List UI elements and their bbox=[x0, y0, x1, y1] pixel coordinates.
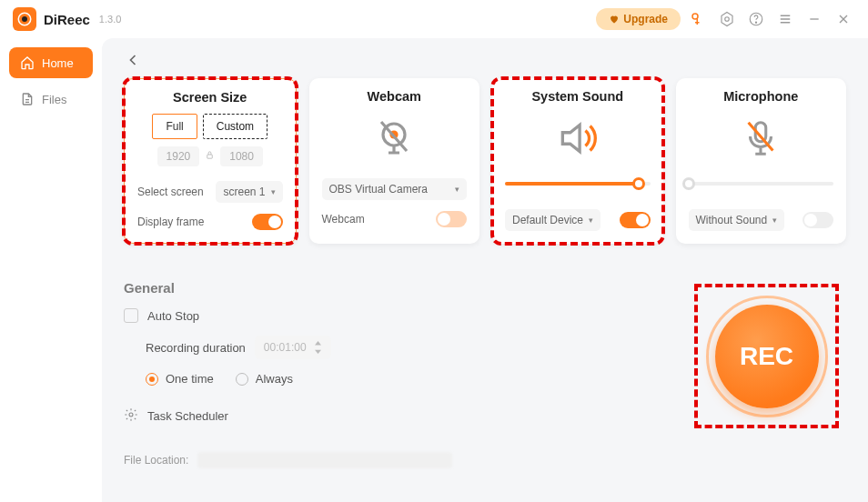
back-row bbox=[124, 51, 846, 73]
display-frame-row: Display frame bbox=[137, 208, 283, 230]
size-toggle: Full Custom bbox=[137, 114, 283, 139]
titlebar-left: DiReec 1.3.0 bbox=[13, 7, 121, 31]
dimension-width[interactable]: 1920 bbox=[157, 146, 200, 166]
size-full-button[interactable]: Full bbox=[152, 114, 197, 139]
radio-always[interactable]: Always bbox=[236, 372, 293, 386]
sound-device-row: Default Device▾ bbox=[505, 204, 651, 231]
svg-point-4 bbox=[725, 17, 730, 22]
mic-toggle[interactable] bbox=[802, 212, 833, 228]
chevron-down-icon: ▾ bbox=[455, 185, 459, 194]
card-title: System Sound bbox=[505, 89, 651, 104]
webcam-toggle[interactable] bbox=[436, 211, 467, 227]
app-version: 1.3.0 bbox=[99, 14, 121, 25]
webcam-off-icon bbox=[322, 113, 468, 164]
key-icon[interactable] bbox=[686, 7, 710, 31]
file-location-path bbox=[197, 452, 452, 468]
upgrade-label: Upgrade bbox=[623, 13, 668, 25]
titlebar-right: Upgrade bbox=[596, 7, 855, 31]
main: Screen Size Full Custom 1920 1080 Select… bbox=[102, 38, 868, 502]
webcam-device-row: OBS Virtual Camera▾ bbox=[322, 173, 468, 200]
svg-point-11 bbox=[129, 413, 133, 417]
radio-icon bbox=[236, 373, 248, 386]
general-section: General Auto Stop Recording duration 00:… bbox=[124, 280, 846, 468]
mic-volume-slider[interactable] bbox=[689, 182, 834, 186]
webcam-toggle-row: Webcam bbox=[322, 206, 468, 227]
size-custom-button[interactable]: Custom bbox=[203, 114, 267, 139]
mic-off-icon bbox=[689, 113, 834, 164]
card-title: Screen Size bbox=[137, 90, 283, 105]
mic-device-select[interactable]: Without Sound▾ bbox=[689, 209, 785, 231]
upgrade-button[interactable]: Upgrade bbox=[596, 8, 681, 30]
slider-thumb[interactable] bbox=[682, 177, 695, 190]
webcam-label: Webcam bbox=[322, 213, 365, 226]
select-screen-row: Select screen screen 1▾ bbox=[137, 176, 283, 203]
app-name: DiReec bbox=[44, 12, 90, 27]
file-location-row: File Location: bbox=[124, 452, 846, 468]
sound-device-select[interactable]: Default Device▾ bbox=[505, 209, 601, 231]
titlebar: DiReec 1.3.0 Upgrade bbox=[0, 0, 868, 38]
chevron-down-icon: ▾ bbox=[589, 216, 593, 225]
svg-rect-7 bbox=[207, 155, 213, 158]
sidebar-item-files[interactable]: Files bbox=[9, 84, 93, 115]
chevron-down-icon: ▾ bbox=[271, 187, 276, 196]
dimensions: 1920 1080 bbox=[137, 146, 283, 166]
sound-volume-slider[interactable] bbox=[505, 182, 651, 186]
radio-one-time[interactable]: One time bbox=[146, 372, 214, 386]
svg-point-1 bbox=[22, 16, 27, 22]
app-logo bbox=[13, 7, 36, 31]
auto-stop-label: Auto Stop bbox=[147, 309, 199, 323]
card-microphone: Microphone Without Sound▾ bbox=[676, 78, 847, 244]
slider-fill bbox=[505, 182, 639, 186]
sidebar-item-label: Home bbox=[42, 56, 74, 70]
cards-row: Screen Size Full Custom 1920 1080 Select… bbox=[124, 78, 846, 244]
layout: Home Files Screen Size Full Custom 1920 … bbox=[0, 38, 868, 502]
radio-icon bbox=[146, 373, 158, 386]
task-scheduler-label: Task Scheduler bbox=[147, 409, 228, 423]
record-highlight: REC bbox=[696, 286, 837, 427]
close-icon[interactable] bbox=[832, 7, 855, 31]
svg-point-6 bbox=[755, 22, 756, 23]
help-icon[interactable] bbox=[744, 7, 768, 31]
home-icon bbox=[20, 55, 35, 70]
card-screen-size: Screen Size Full Custom 1920 1080 Select… bbox=[124, 78, 297, 244]
lock-icon[interactable] bbox=[205, 150, 215, 163]
speaker-icon bbox=[505, 113, 651, 164]
settings-icon[interactable] bbox=[715, 7, 739, 31]
card-system-sound: System Sound Default Device▾ bbox=[492, 78, 663, 244]
dimension-height[interactable]: 1080 bbox=[220, 146, 263, 166]
auto-stop-checkbox[interactable] bbox=[124, 308, 138, 323]
display-frame-toggle[interactable] bbox=[252, 214, 283, 230]
card-webcam: Webcam OBS Virtual Camera▾ Webcam bbox=[309, 78, 480, 244]
select-screen-label: Select screen bbox=[137, 186, 204, 198]
file-location-label: File Location: bbox=[124, 454, 188, 467]
back-arrow-icon[interactable] bbox=[124, 51, 142, 73]
slider-thumb[interactable] bbox=[632, 177, 645, 190]
record-button-wrap: REC bbox=[696, 286, 837, 427]
file-icon bbox=[20, 92, 35, 106]
heart-icon bbox=[609, 14, 620, 25]
sound-toggle[interactable] bbox=[620, 212, 651, 228]
chevron-down-icon: ▾ bbox=[772, 216, 777, 225]
sidebar: Home Files bbox=[0, 38, 102, 502]
card-title: Webcam bbox=[322, 89, 468, 104]
minimize-icon[interactable] bbox=[802, 7, 826, 31]
svg-point-2 bbox=[692, 14, 698, 19]
svg-marker-3 bbox=[722, 13, 732, 26]
record-ring: REC bbox=[706, 296, 828, 417]
display-frame-label: Display frame bbox=[137, 216, 204, 228]
record-circle-icon bbox=[16, 11, 33, 27]
webcam-device-select[interactable]: OBS Virtual Camera▾ bbox=[322, 178, 468, 200]
gear-icon bbox=[124, 407, 138, 425]
sidebar-item-home[interactable]: Home bbox=[9, 47, 93, 78]
menu-icon[interactable] bbox=[773, 7, 797, 31]
recording-duration-input[interactable]: 00:01:00 bbox=[255, 336, 331, 359]
recording-duration-label: Recording duration bbox=[146, 341, 246, 355]
record-button[interactable]: REC bbox=[715, 305, 819, 408]
stepper-icon bbox=[314, 341, 322, 354]
sidebar-item-label: Files bbox=[42, 93, 66, 106]
select-screen-dropdown[interactable]: screen 1▾ bbox=[216, 181, 282, 203]
mic-device-row: Without Sound▾ bbox=[689, 204, 834, 231]
card-title: Microphone bbox=[689, 89, 834, 104]
